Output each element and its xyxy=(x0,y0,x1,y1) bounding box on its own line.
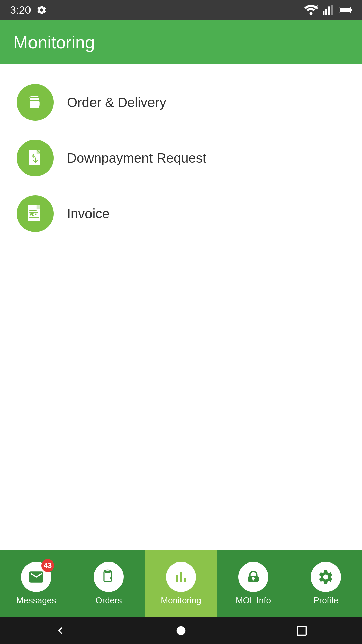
svg-rect-10 xyxy=(29,97,39,109)
orders-nav-icon-circle xyxy=(94,562,124,592)
clock: 3:20 xyxy=(10,4,31,16)
invoice-label: Invoice xyxy=(67,206,110,221)
profile-nav-label: Profile xyxy=(313,595,338,606)
nav-item-orders[interactable]: Orders xyxy=(72,550,145,617)
svg-rect-26 xyxy=(297,626,306,635)
order-delivery-icon xyxy=(25,92,45,112)
svg-point-0 xyxy=(310,12,313,15)
svg-rect-5 xyxy=(328,6,330,15)
status-bar: 3:20 xyxy=(0,0,362,20)
monitoring-nav-icon-circle xyxy=(166,562,196,592)
svg-rect-8 xyxy=(350,9,352,11)
messages-nav-icon-circle: 43 xyxy=(21,562,51,592)
profile-nav-icon-circle xyxy=(311,562,341,592)
wifi-icon xyxy=(304,5,318,15)
svg-rect-3 xyxy=(323,11,324,15)
menu-item-order-delivery[interactable]: Order & Delivery xyxy=(0,74,362,130)
settings-status-icon xyxy=(36,5,47,15)
nav-item-messages[interactable]: 43 Messages xyxy=(0,550,72,617)
order-delivery-icon-circle xyxy=(17,84,54,121)
nav-item-mol-info[interactable]: MOL Info xyxy=(217,550,290,617)
home-button[interactable] xyxy=(171,621,191,641)
svg-rect-4 xyxy=(325,9,327,15)
app-header: Monitoring xyxy=(0,20,362,64)
menu-item-invoice[interactable]: PDF Invoice xyxy=(0,186,362,241)
menu-item-downpayment[interactable]: $ Downpayment Request xyxy=(0,130,362,186)
messages-nav-label: Messages xyxy=(16,595,56,606)
svg-rect-6 xyxy=(331,5,333,15)
invoice-icon-circle: PDF xyxy=(17,195,54,232)
svg-text:$: $ xyxy=(32,153,35,158)
svg-rect-18 xyxy=(37,205,40,209)
order-delivery-label: Order & Delivery xyxy=(67,95,166,110)
mol-info-icon xyxy=(245,569,262,585)
svg-text:PDF: PDF xyxy=(29,213,37,216)
nav-item-profile[interactable]: Profile xyxy=(290,550,362,617)
back-button[interactable] xyxy=(50,621,70,641)
status-icons xyxy=(304,5,352,15)
messages-badge: 43 xyxy=(41,559,54,572)
status-time-area: 3:20 xyxy=(10,4,47,16)
downpayment-icon-circle: $ xyxy=(17,140,54,176)
svg-point-25 xyxy=(177,626,186,635)
downpayment-icon: $ xyxy=(25,148,45,168)
page-title: Monitoring xyxy=(13,33,95,52)
svg-rect-9 xyxy=(340,8,350,12)
monitoring-icon xyxy=(173,569,189,585)
battery-icon xyxy=(339,5,352,15)
nav-item-monitoring[interactable]: Monitoring xyxy=(145,550,217,617)
profile-icon xyxy=(317,569,334,585)
system-nav-bar xyxy=(0,617,362,644)
bottom-nav: 43 Messages Orders Monitoring xyxy=(0,550,362,617)
monitoring-nav-label: Monitoring xyxy=(161,595,201,606)
orders-icon xyxy=(100,569,117,585)
downpayment-label: Downpayment Request xyxy=(67,151,206,166)
invoice-icon: PDF xyxy=(25,204,45,224)
mol-info-nav-label: MOL Info xyxy=(236,595,271,606)
messages-icon xyxy=(28,569,45,585)
mol-info-nav-icon-circle xyxy=(238,562,268,592)
orders-nav-label: Orders xyxy=(95,595,122,606)
content-area: Order & Delivery $ Downpayment Request xyxy=(0,64,362,550)
signal-icon xyxy=(322,5,334,15)
recents-button[interactable] xyxy=(292,621,312,641)
svg-rect-15 xyxy=(37,150,40,154)
